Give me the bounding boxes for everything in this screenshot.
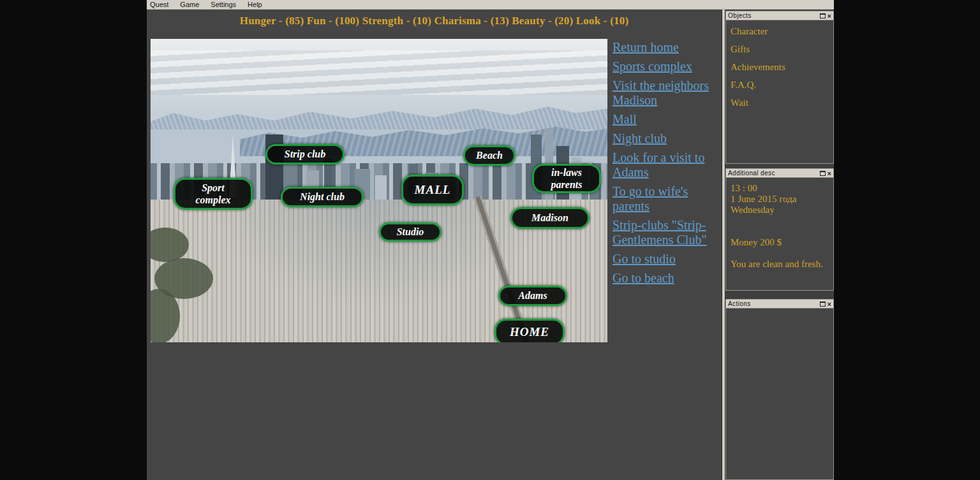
map-label-line: parents [551,178,583,191]
map-label-line: in-laws [551,166,582,178]
map-label-line: Strip club [285,148,325,160]
map-label-adams[interactable]: Adams [498,286,567,306]
maximize-icon[interactable] [820,13,826,18]
additional-desc-panel: Additional desc × 13 : 001 June 2015 год… [725,168,834,291]
actions-panel-body [726,309,833,479]
map-labels: Strip clubBeachin-lawsparentsSportcomple… [151,39,607,342]
link-sports-complex[interactable]: Sports complex [612,59,718,74]
actions-panel: Actions × [725,299,834,480]
object-item-gifts[interactable]: Gifts [731,44,831,55]
map-label-beach[interactable]: Beach [463,145,516,166]
menu-game[interactable]: Game [174,0,205,10]
link-wifes-parents[interactable]: To go to wife's parents [612,184,718,214]
object-item-achievements[interactable]: Achievements [731,62,831,73]
desc-line [731,248,831,259]
link-strip-club[interactable]: Strip-clubs "Strip-Gentlemens Club" [612,218,718,247]
map-label-strip-club[interactable]: Strip club [265,144,345,164]
objects-panel-title: Objects [728,12,820,19]
menu-quest[interactable]: Quest [147,0,174,10]
maximize-icon[interactable] [820,171,826,176]
additional-desc-body: 13 : 001 June 2015 годаWednesday Money 2… [726,178,833,290]
desc-line: You are clean and fresh. [731,259,831,270]
app-window: QuestGameSettingsHelp Hunger - (85) Fun … [147,0,834,480]
map-label-night-club[interactable]: Night club [281,187,364,207]
menu-settings[interactable]: Settings [205,0,242,10]
additional-desc-titlebar: Additional desc × [726,169,833,178]
desc-line [731,226,831,237]
menu-help[interactable]: Help [242,0,268,10]
objects-panel-body: CharacterGiftsAchievementsF.A.Q.Wait [726,20,833,163]
link-go-to-studio[interactable]: Go to studio [612,252,718,266]
map-label-studio[interactable]: Studio [379,222,442,242]
stats-line: Hunger - (85) Fun - (100) Strength - (10… [147,15,722,27]
objects-list: CharacterGiftsAchievementsF.A.Q.Wait [726,20,833,108]
map-label-inlaws-parents[interactable]: in-lawsparents [532,164,601,193]
dock-column: Objects × CharacterGiftsAchievementsF.A.… [725,10,834,480]
map-label-line: Night club [300,191,345,203]
map-label-home[interactable]: HOME [494,319,565,342]
close-icon[interactable]: × [828,301,831,307]
link-go-to-beach[interactable]: Go to beach [612,271,718,286]
links-list: Return homeSports complexVisit the neigh… [612,40,718,342]
map-label-line: HOME [510,325,549,340]
map-label-line: Beach [476,149,503,161]
objects-panel: Objects × CharacterGiftsAchievementsF.A.… [725,11,834,164]
link-mall[interactable]: Mall [612,112,718,127]
desc-line: 1 June 2015 года [731,194,831,205]
objects-panel-titlebar: Objects × [726,11,833,20]
map-label-mall[interactable]: MALL [401,175,464,205]
object-item-character[interactable]: Character [731,26,831,37]
window-content: Hunger - (85) Fun - (100) Strength - (10… [147,10,834,480]
menu-bar: QuestGameSettingsHelp [147,0,834,10]
actions-panel-titlebar: Actions × [726,300,833,309]
map-label-sport-complex[interactable]: Sportcomplex [174,178,253,210]
maximize-icon[interactable] [820,302,826,307]
map-label-line: Adams [518,289,547,302]
map-label-line: MALL [415,183,451,198]
city-map: Strip clubBeachin-lawsparentsSportcomple… [151,39,607,342]
close-icon[interactable]: × [828,170,831,177]
object-item-wait[interactable]: Wait [731,98,831,108]
actions-panel-title: Actions [728,300,820,307]
link-visit-adams[interactable]: Look for a visit to Adams [612,150,718,180]
additional-desc-title: Additional desc [728,170,820,177]
screen: QuestGameSettingsHelp Hunger - (85) Fun … [0,0,980,480]
desc-line: Wednesday [731,205,831,215]
desc-line [731,215,831,226]
close-icon[interactable]: × [828,13,831,19]
map-label-line: Sport [202,182,225,194]
additional-desc-lines: 13 : 001 June 2015 годаWednesday Money 2… [726,178,833,270]
desc-line: 13 : 00 [731,183,831,194]
object-item-faq[interactable]: F.A.Q. [731,80,831,91]
map-label-line: Madison [531,212,568,224]
game-main: Hunger - (85) Fun - (100) Strength - (10… [147,10,722,480]
map-row: Strip clubBeachin-lawsparentsSportcomple… [151,39,722,342]
link-night-club[interactable]: Night club [612,131,718,146]
link-visit-neighbors-madison[interactable]: Visit the neighbors Madison [612,78,718,108]
desc-line: Money 200 $ [731,237,831,248]
link-return-home[interactable]: Return home [612,40,718,55]
map-label-line: complex [195,194,230,206]
map-label-madison[interactable]: Madison [510,207,590,229]
map-label-line: Studio [397,226,424,238]
